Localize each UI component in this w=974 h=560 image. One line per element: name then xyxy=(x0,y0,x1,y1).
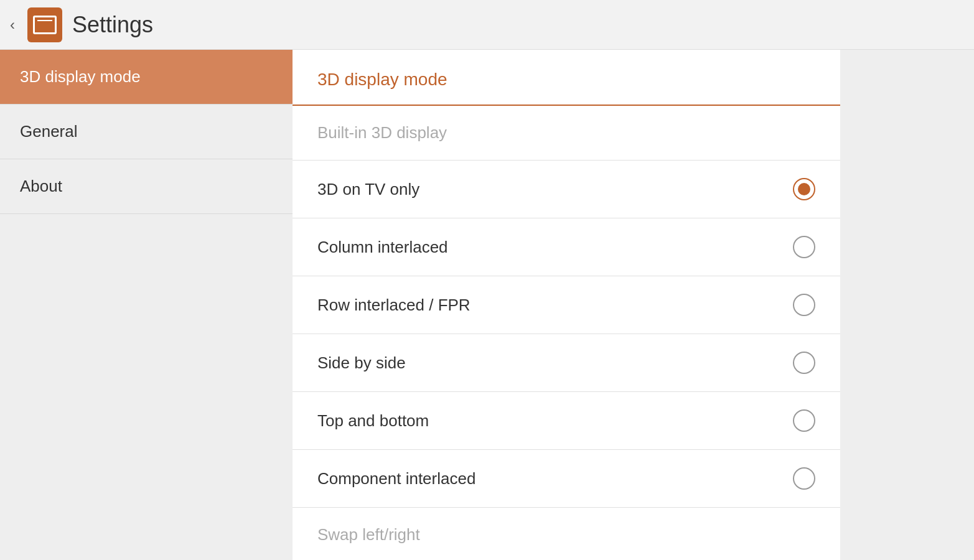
radio-column-interlaced[interactable] xyxy=(793,236,815,258)
back-arrow-icon[interactable]: ‹ xyxy=(10,16,15,34)
option-label-3d-on-tv: 3D on TV only xyxy=(317,180,419,199)
radio-row-interlaced[interactable] xyxy=(793,294,815,316)
option-label-column-interlaced: Column interlaced xyxy=(317,238,448,257)
detail-title: 3D display mode xyxy=(317,70,447,89)
sidebar-item-general[interactable]: General xyxy=(0,105,293,159)
main-content: 3D display mode General About 3D display… xyxy=(0,50,974,560)
detail-header: 3D display mode xyxy=(293,50,840,106)
sidebar: 3D display mode General About xyxy=(0,50,293,560)
radio-top-and-bottom[interactable] xyxy=(793,409,815,432)
option-label-swap-left-right: Swap left/right xyxy=(317,525,420,544)
option-built-in[interactable]: Built-in 3D display xyxy=(293,106,840,161)
option-label-built-in: Built-in 3D display xyxy=(317,123,447,142)
option-side-by-side[interactable]: Side by side xyxy=(293,334,840,392)
option-column-interlaced[interactable]: Column interlaced xyxy=(293,218,840,276)
option-label-side-by-side: Side by side xyxy=(317,353,406,373)
radio-side-by-side[interactable] xyxy=(793,352,815,374)
option-label-top-and-bottom: Top and bottom xyxy=(317,411,429,431)
option-label-component-interlaced: Component interlaced xyxy=(317,469,475,488)
page-title: Settings xyxy=(72,12,153,38)
option-label-row-interlaced: Row interlaced / FPR xyxy=(317,296,471,315)
option-component-interlaced[interactable]: Component interlaced xyxy=(293,450,840,508)
option-row-interlaced[interactable]: Row interlaced / FPR xyxy=(293,276,840,334)
app-logo xyxy=(27,7,62,42)
option-top-and-bottom[interactable]: Top and bottom xyxy=(293,392,840,450)
sidebar-item-3d-display-mode[interactable]: 3D display mode xyxy=(0,50,293,105)
sidebar-item-about[interactable]: About xyxy=(0,159,293,214)
radio-3d-on-tv[interactable] xyxy=(793,178,815,200)
option-3d-on-tv[interactable]: 3D on TV only xyxy=(293,161,840,218)
radio-component-interlaced[interactable] xyxy=(793,467,815,490)
right-panel xyxy=(840,50,974,560)
detail-panel: 3D display mode Built-in 3D display 3D o… xyxy=(293,50,840,560)
logo-icon xyxy=(33,16,57,34)
header: ‹ Settings xyxy=(0,0,974,50)
option-swap-left-right[interactable]: Swap left/right xyxy=(293,508,840,560)
